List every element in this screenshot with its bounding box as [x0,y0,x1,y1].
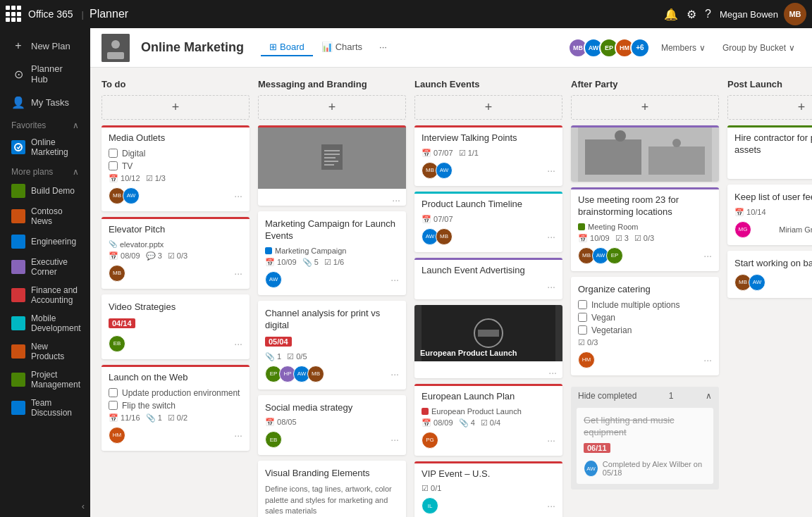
sidebar-item-new-products[interactable]: New Products [0,337,90,366]
card-more-btn[interactable]: ··· [703,354,712,366]
card-marketing-campaign[interactable]: Marketing Campaign for Launch Events Mar… [258,211,406,295]
bucket-header-post-launch: Post Launch [727,79,812,95]
completed-card-lighting[interactable]: Get lighting and music equipment 06/11 A… [577,408,713,485]
member-avatars: MB AW EP HM +6 [568,38,650,58]
checkbox-update-prod[interactable]: Update production environment [109,388,242,398]
sidebar-item-planner-hub[interactable]: ⊙ Planner Hub [0,58,90,90]
card-vip-event[interactable]: VIP Event – U.S. ☑ 0/1 IL ··· [414,461,562,517]
members-btn[interactable]: Members ∨ [656,40,711,56]
card-interview-talking[interactable]: Interview Talking Points 📅 07/07 ☑ 1/1 M… [414,125,562,186]
add-card-launch-events[interactable]: + [414,95,562,120]
card-elevator-pitch[interactable]: Elevator Pitch 📎 elevator.pptx 📅 08/09 💬… [102,217,250,289]
card-meta: 📅 07/07 ☑ 1/1 [422,149,555,158]
card-channel-analysis[interactable]: Channel analysis for print vs digital 05… [258,301,406,390]
card-bar [102,217,250,219]
card-more-btn[interactable]: ··· [547,165,555,176]
card-launch-web[interactable]: Launch on the Web Update production envi… [102,365,250,451]
bucket-after-party: After Party + Use meeting room 23 for br… [571,79,719,490]
sidebar-item-contoso-news[interactable]: Contoso News [0,202,90,230]
card-meta: ☑ 0/1 [422,484,555,493]
card-more-btn[interactable]: ··· [234,430,242,441]
add-card-messaging[interactable]: + [258,95,406,120]
card-more-btn[interactable]: ··· [547,435,555,446]
sidebar-item-online-marketing[interactable]: Online Marketing [0,133,90,161]
sidebar-item-team-discussion[interactable]: Team Discussion [0,394,90,422]
sidebar-item-finance-accounting[interactable]: Finance and Accounting [0,281,90,309]
checkbox-tv[interactable]: TV [109,161,242,171]
sidebar-item-build-demo[interactable]: Build Demo [0,180,90,202]
add-card-post-launch[interactable]: + [727,95,812,120]
card-more-btn[interactable]: ··· [548,367,557,378]
card-meeting-room-image[interactable] [571,125,719,182]
add-card-after-party[interactable]: + [571,95,719,120]
bucket-launch-events: Launch Events + Interview Talking Points… [414,79,562,517]
card-more-btn[interactable]: ··· [234,268,242,279]
checkbox-digital[interactable]: Digital [109,149,242,158]
checkbox-multiple-options[interactable]: Include multiple options [578,300,712,310]
bucket-post-launch: Post Launch + Hire contractor for photog… [727,79,812,304]
card-media-outlets[interactable]: Media Outlets Digital TV 📅 10/12 ☑ 1/3 M… [102,125,250,211]
card-title: Visual Branding Elements [265,468,399,480]
sidebar-toggle-btn[interactable]: ‹ [0,495,90,517]
card-more-btn[interactable]: ··· [234,338,242,349]
user-profile[interactable]: Megan Bowen MB [720,3,806,25]
sidebar-item-new-plan[interactable]: + New Plan [0,34,90,58]
checkbox-flip-switch[interactable]: Flip the switch [109,401,242,411]
help-icon[interactable]: ? [705,8,711,20]
card-more-btn[interactable]: ··· [390,368,399,380]
card-more-btn[interactable]: ··· [547,281,555,292]
card-more-btn[interactable]: ··· [703,250,712,261]
more-plans-collapse-btn[interactable]: ∧ [73,167,79,177]
checkbox-vegetarian[interactable]: Vegetarian [578,325,712,335]
favorites-collapse-btn[interactable]: ∧ [73,120,79,130]
meta-date: 📅 08/09 [109,251,140,261]
card-doc-image[interactable]: ··· [258,125,406,206]
app-grid-icon[interactable] [6,6,23,23]
card-more-btn[interactable]: ··· [547,500,555,511]
group-by-btn[interactable]: Group by Bucket ∨ [717,40,801,56]
card-organize-catering[interactable]: Organize catering Include multiple optio… [571,277,719,375]
add-card-todo[interactable]: + [102,95,250,120]
card-title: Marketing Campaign for Launch Events [265,218,399,242]
settings-icon[interactable]: ⚙ [687,8,696,21]
card-more-btn[interactable]: ··· [390,274,399,285]
card-more-btn[interactable]: ··· [547,231,555,242]
sidebar-item-executive-corner[interactable]: Executive Corner [0,253,90,281]
card-hire-contractor[interactable]: Hire contractor for photography assets ·… [727,125,812,179]
members-dropdown-icon: ∨ [699,43,706,53]
charts-tab-icon: 📊 [321,42,333,52]
card-video-strategies[interactable]: Video Strategies 04/14 EB ··· [102,294,250,359]
bucket-header-todo: To do [102,79,250,95]
card-footer: HM ··· [578,351,712,368]
card-title: Keep list of user feedback [734,192,812,204]
tab-charts[interactable]: 📊 Charts [313,39,371,56]
sidebar-item-my-tasks[interactable]: 👤 My Tasks [0,90,90,115]
sidebar-item-engineering[interactable]: Engineering [0,230,90,253]
card-user-feedback[interactable]: Keep list of user feedback 📅 10/14 MG Mi… [727,185,812,245]
card-visual-branding[interactable]: Visual Branding Elements Define icons, t… [258,461,406,517]
card-launch-advertising[interactable]: Launch Event Advertising ··· [414,258,562,299]
sub-label-meeting: Meeting Room [578,223,712,231]
tab-board[interactable]: ⊞ Board [261,39,313,56]
card-more-btn[interactable]: ··· [390,434,399,445]
svg-rect-8 [324,161,338,162]
tab-more[interactable]: ··· [371,39,395,56]
card-social-media-strategy[interactable]: Social media strategy 📅 08/05 EB ··· [258,395,406,456]
card-backlog-items[interactable]: Start working on backlog items MB AW ··· [727,251,812,298]
card-european-product-launch-image[interactable]: European Product Launch ··· [414,305,562,378]
checkbox-vegan[interactable]: Vegan [578,313,712,323]
meta-tasks: ☑ 0/5 [287,352,307,361]
notifications-icon[interactable]: 🔔 [664,8,678,21]
members-more-badge[interactable]: +6 [630,38,650,58]
card-more-btn[interactable]: ··· [392,194,400,206]
card-avatars: MB AW [422,162,453,179]
card-european-launch-plan[interactable]: European Launch Plan European Product La… [414,384,562,456]
sidebar-item-project-management[interactable]: Project Management [0,366,90,394]
card-meeting-room-23[interactable]: Use meeting room 23 for brainstorming lo… [571,187,719,271]
sidebar-item-mobile-development[interactable]: Mobile Development [0,309,90,337]
card-more-btn[interactable]: ··· [234,190,242,201]
completed-header-after-party[interactable]: Hide completed 1 ∧ [571,387,719,405]
card-product-launch-timeline[interactable]: Product Launch Timeline 📅 07/07 AW MB ··… [414,192,562,252]
bucket-messaging: Messaging and Branding + ··· Marketing C… [258,79,406,517]
card-avatar: EB [265,431,282,448]
